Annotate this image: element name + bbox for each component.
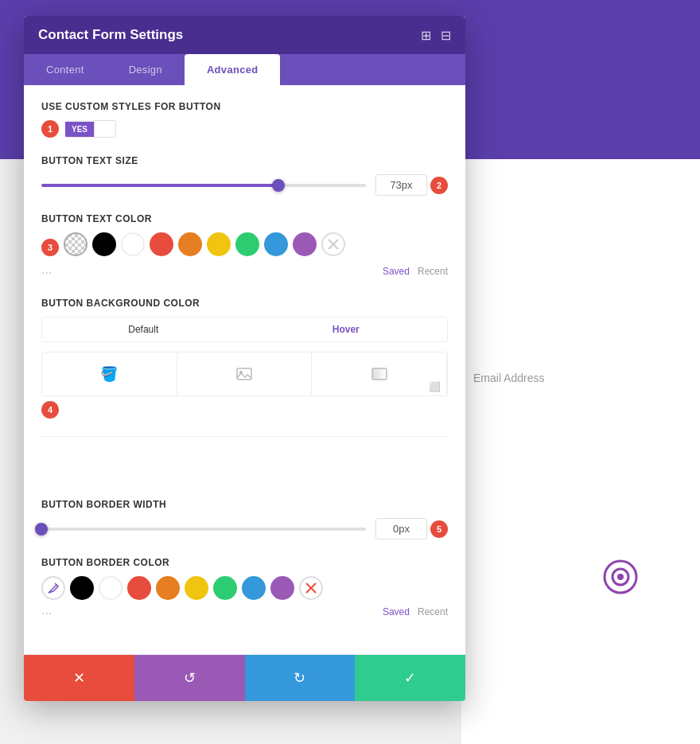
color-swatch-yellow[interactable] [207, 232, 231, 256]
bg-tab-default[interactable]: Default [42, 317, 245, 341]
color-swatch-red[interactable] [150, 232, 173, 256]
button-bg-color-label: Button Background Color [41, 298, 448, 309]
button-text-color-setting: Button Text Color 3 [41, 213, 448, 280]
text-size-input[interactable] [375, 174, 427, 196]
saved-button[interactable]: Saved [383, 266, 410, 277]
toggle-container[interactable]: YES [65, 120, 116, 138]
text-color-actions: ··· Saved Recent [41, 266, 448, 280]
text-color-swatches [64, 232, 345, 256]
pencil-svg [47, 582, 60, 594]
color-swatch-orange[interactable] [178, 232, 202, 256]
panel-title: Contact Form Settings [38, 27, 183, 43]
badge-4-row: 4 [41, 401, 448, 419]
border-color-actions: ··· Saved Recent [41, 606, 448, 621]
border-saved-button[interactable]: Saved [383, 606, 410, 617]
border-color-dots-menu[interactable]: ··· [41, 606, 52, 621]
recent-button[interactable]: Recent [418, 266, 448, 277]
cancel-button[interactable]: ✕ [24, 655, 134, 701]
text-size-slider-row: 2 [41, 174, 448, 196]
spacer [41, 451, 448, 499]
badge-3: 3 [41, 239, 59, 256]
reset-button[interactable]: ↺ [134, 655, 245, 701]
bg-image-icon-cell[interactable] [177, 353, 313, 395]
settings-panel: Contact Form Settings ⊞ ⊟ Content Design… [24, 16, 465, 701]
redo-button[interactable]: ↻ [245, 655, 356, 701]
border-color-swatch-red[interactable] [127, 576, 151, 600]
color-swatch-purple[interactable] [293, 232, 317, 256]
tab-content[interactable]: Content [24, 54, 107, 85]
custom-styles-toggle-row: 1 YES [41, 120, 448, 138]
button-border-width-setting: Button Border Width 5 [41, 499, 448, 539]
image-icon [235, 365, 253, 383]
color-swatch-white[interactable] [121, 232, 145, 256]
border-recent-button[interactable]: Recent [418, 606, 448, 617]
border-color-action-buttons: Saved Recent [383, 606, 448, 617]
bg-color-icon-cell[interactable]: 🪣 [42, 353, 177, 395]
border-width-slider-row: 5 [41, 518, 448, 539]
custom-styles-setting: Use Custom Styles for Button 1 YES [41, 101, 448, 138]
badge-2: 2 [430, 177, 448, 194]
border-color-swatches [41, 576, 448, 600]
paint-bucket-icon: 🪣 [100, 365, 118, 383]
border-color-swatch-pencil[interactable] [41, 576, 65, 600]
svg-rect-5 [237, 368, 251, 380]
color-swatch-transparent[interactable] [64, 232, 88, 256]
panel-toolbar: ✕ ↺ ↻ ✓ [24, 654, 465, 701]
toggle-yes-label: YES [65, 122, 94, 137]
color-swatch-black[interactable] [92, 232, 116, 256]
button-text-size-setting: Button Text Size 2 [41, 155, 448, 196]
border-width-slider-track[interactable] [41, 528, 366, 531]
svg-point-2 [617, 574, 624, 580]
dots-menu-button[interactable]: ··· [41, 266, 52, 280]
toggle-box [94, 120, 116, 138]
button-text-color-label: Button Text Color [41, 213, 448, 224]
button-bg-color-setting: Button Background Color Default Hover 🪣 … [41, 298, 448, 419]
border-color-swatch-strikethrough[interactable] [299, 576, 323, 600]
svg-rect-7 [372, 368, 387, 380]
tabs-bar: Content Design Advanced [24, 54, 465, 85]
panel-body: Use Custom Styles for Button 1 YES Butto… [24, 85, 465, 654]
divider-1 [41, 436, 448, 437]
border-width-value-box: 5 [375, 518, 448, 539]
border-color-swatch-yellow[interactable] [185, 576, 208, 600]
color-swatch-strikethrough[interactable] [321, 232, 345, 256]
border-color-swatch-blue[interactable] [242, 576, 266, 600]
custom-styles-label: Use Custom Styles for Button [41, 101, 448, 112]
button-border-color-label: Button Border Color [41, 557, 448, 568]
button-text-size-label: Button Text Size [41, 155, 448, 166]
bg-gradient-icon-cell[interactable] [312, 353, 447, 395]
gradient-icon [371, 365, 388, 383]
text-size-slider-track[interactable] [41, 184, 366, 187]
color-swatch-blue[interactable] [264, 232, 288, 256]
text-size-value-box: 2 [375, 174, 448, 196]
text-size-slider-fill [41, 184, 278, 187]
bg-icons-row: 🪣 ⬜ [41, 352, 448, 396]
radio-circle-icon [601, 557, 640, 597]
save-button[interactable]: ✓ [355, 655, 465, 701]
expand-icon[interactable]: ⊞ [421, 28, 431, 43]
button-border-width-label: Button Border Width [41, 499, 448, 510]
color-action-buttons: Saved Recent [383, 266, 448, 277]
border-color-swatch-black[interactable] [70, 576, 94, 600]
border-color-swatch-white[interactable] [99, 576, 122, 600]
text-color-row: 3 [41, 232, 448, 263]
panel-header: Contact Form Settings ⊞ ⊟ [24, 16, 465, 54]
color-swatch-green[interactable] [235, 232, 259, 256]
bg-tab-hover[interactable]: Hover [245, 317, 448, 341]
white-content-background [461, 159, 700, 744]
text-size-slider-thumb[interactable] [272, 179, 285, 192]
email-field-label: Email Address [473, 372, 544, 384]
collapse-icon[interactable]: ⊟ [441, 28, 451, 43]
tab-design[interactable]: Design [107, 54, 185, 85]
tab-advanced[interactable]: Advanced [185, 54, 281, 85]
border-color-swatch-orange[interactable] [156, 576, 180, 600]
border-width-slider-thumb[interactable] [35, 523, 48, 536]
badge-4: 4 [41, 401, 59, 419]
border-color-swatch-green[interactable] [213, 576, 237, 600]
bg-color-tab-bar: Default Hover [41, 317, 448, 342]
badge-1: 1 [41, 120, 59, 138]
panel-header-icons: ⊞ ⊟ [421, 28, 451, 43]
border-color-swatch-purple[interactable] [270, 576, 294, 600]
border-width-input[interactable] [375, 518, 427, 539]
badge-5: 5 [430, 520, 448, 538]
